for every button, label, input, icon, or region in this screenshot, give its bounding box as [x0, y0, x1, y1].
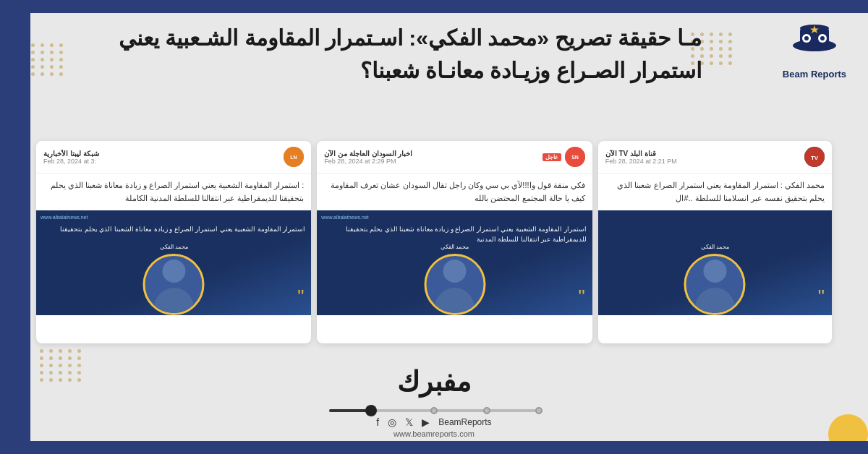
svg-point-6	[820, 36, 825, 40]
slider-dot-2	[430, 407, 438, 414]
card-2-quote: "	[578, 286, 584, 308]
instagram-icon[interactable]: ◎	[388, 416, 396, 428]
card-1-text: محمد الفكي : استمرار المقاومة يعني استمر…	[605, 179, 825, 205]
card-3-overlay-text: استمرار المقاومة الشعبية يعني استمرار ال…	[42, 225, 305, 235]
card-3-website: www.albalatnews.net	[41, 215, 88, 220]
card-1-source-logo: TV	[804, 147, 825, 167]
logo-area: Beam Reports	[783, 18, 846, 81]
card-2-text: فكي منقة قول وا!!!لآي بي سي وكان راجل تق…	[324, 179, 584, 205]
card-3-name-tag: محمد الفكي	[154, 242, 194, 252]
svg-point-5	[804, 36, 809, 40]
svg-text:SN: SN	[571, 155, 579, 160]
card-3-quote: "	[297, 286, 304, 308]
cards-container: TV قناة البلد TV الآن Feb 28, 2024 at 2:…	[36, 141, 832, 343]
card-1-image: " محمد الفكي	[598, 210, 832, 315]
twitter-icon[interactable]: 𝕏	[405, 416, 413, 428]
brand-name: Beam Reports	[783, 69, 846, 81]
card-1-name-tag: محمد الفكي	[695, 242, 735, 252]
social-handle: BeamReports	[438, 417, 491, 427]
logo-icon	[789, 18, 840, 64]
svg-point-10	[703, 260, 726, 283]
svg-point-11	[694, 288, 735, 313]
card-1-source-name: قناة البلد TV الآن	[605, 150, 656, 158]
card-1: TV قناة البلد TV الآن Feb 28, 2024 at 2:…	[598, 141, 832, 343]
main-title-area: مـا حقيقة تصريح «محمد الفكي»: اسـتمرار ا…	[58, 22, 702, 87]
card-1-date: Feb 28, 2024 at 2:21 PM	[605, 158, 677, 165]
card-3-header: LN شبكة ليبتا الأخبارية Feb 28, 2024 at …	[36, 141, 311, 174]
card-3-text: : استمرار المقاومة الشعبية يعني استمرار …	[43, 179, 304, 205]
svg-point-19	[153, 288, 194, 313]
card-2-header: SN عاجل اخبار السودان العاجلة من الآن Fe…	[317, 141, 592, 174]
slider-container[interactable]	[329, 403, 539, 418]
slider-dot-3	[483, 407, 490, 414]
social-icons-row: f ◎ 𝕏 ▶ BeamReports	[376, 416, 491, 428]
card-2-breaking-badge: عاجل	[542, 153, 561, 161]
slider-dot-4	[535, 407, 542, 414]
card-2: SN عاجل اخبار السودان العاجلة من الآن Fe…	[317, 141, 592, 343]
card-2-overlay-text: استمرار المقاومة الشعبية يعني استمرار ال…	[323, 225, 586, 244]
social-bar: f ◎ 𝕏 ▶ BeamReports www.beamreports.com	[376, 416, 491, 438]
card-1-body: محمد الفكي : استمرار المقاومة يعني استمر…	[598, 174, 832, 210]
card-3-source-name: شبكة ليبتا الأخبارية	[43, 150, 99, 158]
svg-point-18	[162, 260, 185, 283]
card-2-date: Feb 28, 2024 at 2:29 PM	[324, 158, 396, 165]
card-1-header: TV قناة البلد TV الآن Feb 28, 2024 at 2:…	[598, 141, 832, 174]
svg-text:LN: LN	[291, 155, 297, 160]
mafbrok-label: مفبرك	[397, 366, 471, 398]
card-3-source-logo: LN	[284, 147, 304, 167]
slider-track	[329, 409, 539, 412]
card-3-date: Feb 28, 2024 at 3:	[43, 158, 96, 165]
svg-point-15	[435, 288, 475, 313]
card-2-body: فكي منقة قول وا!!!لآي بي سي وكان راجل تق…	[317, 174, 592, 210]
card-3-body: : استمرار المقاومة الشعبية يعني استمرار …	[36, 174, 311, 210]
card-2-image: www.albalatnews.net استمرار المقاومة الش…	[317, 210, 592, 315]
card-3-image: www.albalatnews.net استمرار المقاومة الش…	[36, 210, 311, 315]
card-2-website: www.albalatnews.net	[321, 215, 368, 220]
bottom-section: مفبرك	[0, 366, 868, 418]
card-3: LN شبكة ليبتا الأخبارية Feb 28, 2024 at …	[36, 141, 311, 343]
youtube-icon[interactable]: ▶	[422, 416, 430, 428]
card-2-name-tag: محمد الفكي	[435, 242, 475, 252]
facebook-icon[interactable]: f	[376, 416, 379, 428]
card-2-source-name: اخبار السودان العاجلة من الآن	[324, 150, 412, 158]
website-url: www.beamreports.com	[393, 429, 475, 438]
card-2-source-logo: SN	[565, 147, 585, 167]
svg-text:TV: TV	[811, 155, 819, 161]
article-title: مـا حقيقة تصريح «محمد الفكي»: اسـتمرار ا…	[58, 22, 702, 87]
slider-thumb[interactable]	[365, 405, 377, 416]
svg-point-14	[443, 260, 467, 283]
card-1-quote: "	[818, 286, 825, 308]
